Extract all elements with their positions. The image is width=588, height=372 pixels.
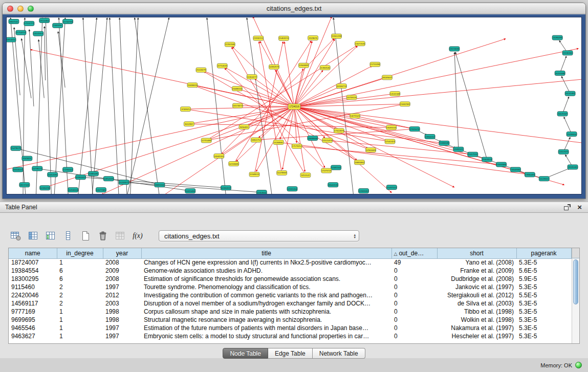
cell-out_degree[interactable]: 0 <box>391 299 437 308</box>
table-select-dropdown[interactable]: citations_edges.txt <box>159 230 359 242</box>
graph-node[interactable]: 15463215 <box>279 36 289 40</box>
graph-node[interactable]: 18042533 <box>328 183 338 187</box>
graph-node[interactable]: 20688316 <box>232 86 242 91</box>
graph-node[interactable]: 16205688 <box>555 71 565 76</box>
column-header-in_degree[interactable]: in_degree <box>57 248 103 258</box>
cell-title[interactable]: Estimation of significance thresholds fo… <box>141 275 391 283</box>
cell-in_degree[interactable]: 2 <box>57 283 103 291</box>
cell-out_degree[interactable]: 0 <box>391 308 437 316</box>
cell-name[interactable]: 14569117 <box>9 299 57 308</box>
cell-title[interactable]: Genome-wide association studies in ADHD. <box>141 267 391 275</box>
cell-out_degree[interactable]: 0 <box>391 332 437 340</box>
graph-node[interactable]: 10960447 <box>76 175 86 180</box>
new-document-icon[interactable] <box>79 229 92 243</box>
graph-node[interactable]: 11801751 <box>251 138 261 142</box>
cell-short[interactable]: Hescheler et al. (1997) <box>437 332 516 340</box>
cell-year[interactable]: 2003 <box>103 299 141 308</box>
graph-node[interactable]: 15062582 <box>400 102 410 106</box>
cell-year[interactable]: 2008 <box>103 275 141 283</box>
table-scrollbar[interactable] <box>572 258 579 343</box>
graph-node[interactable]: 17890499 <box>525 172 535 177</box>
cell-year[interactable]: 1997 <box>103 332 141 340</box>
cell-name[interactable]: 9465546 <box>9 324 57 332</box>
cell-year[interactable]: 2009 <box>103 267 141 275</box>
graph-node[interactable]: 15017532 <box>468 152 478 157</box>
graph-node[interactable]: 22574693 <box>449 47 460 51</box>
graph-node[interactable]: 20854058 <box>103 177 114 181</box>
cell-pagerank[interactable]: 5.3E-5 <box>516 299 571 308</box>
graph-node[interactable]: 17173212 <box>292 144 302 148</box>
graph-node[interactable]: 9749925 <box>181 107 191 112</box>
graph-node[interactable]: 15636619 <box>187 83 198 87</box>
cell-pagerank[interactable]: 5.6E-5 <box>516 267 571 275</box>
table-row[interactable]: 911546021997Tourette syndrome. Phenomeno… <box>9 283 571 291</box>
table-row[interactable]: 946362711997Embryonic stem cells: a mode… <box>9 332 571 340</box>
graph-node[interactable]: 15901298 <box>332 34 342 38</box>
graph-node[interactable]: 18895963 <box>155 183 165 187</box>
table-row[interactable]: 946554611997Estimation of the future num… <box>9 324 571 332</box>
cell-short[interactable]: Yano et al. (2008) <box>437 258 516 267</box>
column-header-out_degree[interactable]: △out_de… <box>391 248 437 258</box>
graph-node[interactable]: 11129611 <box>539 177 549 181</box>
cell-year[interactable]: 2008 <box>103 258 141 267</box>
function-builder-icon[interactable]: f(x) <box>131 229 144 243</box>
edit-table-icon[interactable] <box>44 229 57 243</box>
graph-node[interactable]: 15478079 <box>11 146 21 150</box>
graph-node[interactable]: 9528676 <box>308 36 318 40</box>
graph-node[interactable]: 22693989 <box>496 162 507 167</box>
cell-in_degree[interactable]: 1 <box>57 316 103 324</box>
cell-year[interactable]: 1998 <box>103 308 141 316</box>
table-row[interactable]: 1872400712008Changes of HCN gene express… <box>9 258 571 267</box>
table-row[interactable]: 1456911722003Disruption of a novel membe… <box>9 299 571 308</box>
graph-node[interactable]: 21530160 <box>562 51 573 55</box>
graph-node[interactable]: 17322879 <box>334 128 344 133</box>
graph-node[interactable]: 15515479 <box>322 138 333 143</box>
graph-node[interactable]: 15099654 <box>567 132 577 137</box>
table-row[interactable]: 2242004622012Investigating the contribut… <box>9 291 571 299</box>
graph-node[interactable]: 17620076 <box>409 127 420 132</box>
cell-in_degree[interactable]: 1 <box>57 324 103 332</box>
graph-node[interactable]: 17079723 <box>321 168 332 173</box>
cell-out_degree[interactable]: 0 <box>391 316 437 324</box>
graph-node[interactable]: 9867532 <box>9 19 19 24</box>
cell-in_degree[interactable]: 6 <box>57 267 103 275</box>
cell-pagerank[interactable]: 5.3E-5 <box>516 283 571 291</box>
float-panel-icon[interactable] <box>564 204 571 210</box>
cell-out_degree[interactable]: 0 <box>391 291 437 299</box>
graph-node[interactable]: 13739119 <box>346 95 357 100</box>
cell-short[interactable]: Wolkin et al. (1998) <box>437 316 516 324</box>
cell-in_degree[interactable]: 6 <box>57 275 103 283</box>
graph-node[interactable]: 9136806 <box>273 140 284 145</box>
graph-node[interactable]: 10452080 <box>48 172 58 177</box>
column-icon[interactable] <box>61 229 75 243</box>
cell-pagerank[interactable]: 5.3E-5 <box>516 258 571 267</box>
graph-node[interactable]: 20629347 <box>557 112 568 116</box>
graph-node[interactable]: 22983582 <box>359 189 369 193</box>
graph-node[interactable]: 11360540 <box>320 65 330 70</box>
graph-node[interactable]: 13071926 <box>355 41 365 46</box>
cell-short[interactable]: de Silva et al. (2003) <box>437 299 516 308</box>
column-header-pagerank[interactable]: pagerank <box>516 248 571 258</box>
network-graph-canvas[interactable]: 9867532171517711911446293493902171471314… <box>6 17 582 194</box>
table-row[interactable]: 1830029562008Estimation of significance … <box>9 275 571 283</box>
network-graph[interactable]: 9867532171517711911446293493902171471314… <box>7 17 581 194</box>
cell-name[interactable]: 9463627 <box>9 332 57 340</box>
column-header-short[interactable]: short <box>437 248 516 258</box>
graph-node[interactable]: 21714713 <box>16 30 26 35</box>
cell-in_degree[interactable]: 1 <box>57 308 103 316</box>
graph-node[interactable]: 10055460 <box>185 189 195 193</box>
graph-node[interactable]: 15243971 <box>119 180 129 185</box>
import-table-icon[interactable] <box>114 229 127 243</box>
cell-out_degree[interactable]: 0 <box>391 275 437 283</box>
graph-node[interactable]: 20945591 <box>214 154 224 159</box>
graph-node[interactable]: 12931054 <box>287 187 297 191</box>
graph-node[interactable]: 14141348 <box>390 92 400 96</box>
graph-node[interactable]: 19895862 <box>354 160 364 165</box>
graph-node[interactable]: 10330937 <box>221 186 231 190</box>
graph-node[interactable]: 9050451 <box>239 125 249 129</box>
cell-in_degree[interactable]: 2 <box>57 299 103 308</box>
graph-node[interactable]: 20814310 <box>7 37 16 42</box>
graph-node[interactable]: 19688698 <box>308 136 318 140</box>
graph-node[interactable]: 14743685 <box>229 162 239 166</box>
graph-node[interactable]: 12262346 <box>225 42 235 47</box>
